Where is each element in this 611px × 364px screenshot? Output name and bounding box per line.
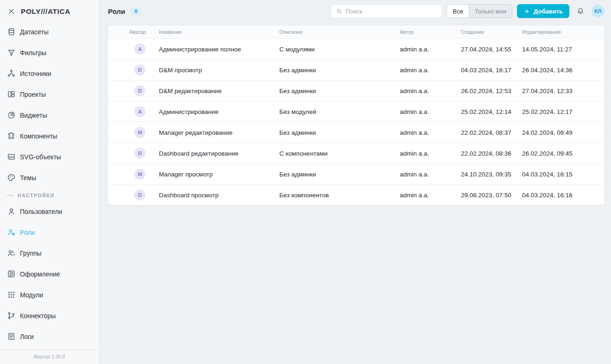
sidebar-item-widgets[interactable]: Виджеты xyxy=(0,105,99,126)
role-edited: 04.03.2024, 16:15 xyxy=(522,171,605,178)
notifications-button[interactable] xyxy=(576,6,585,16)
role-created: 26.02.2024, 12:53 xyxy=(461,88,522,94)
add-role-button[interactable]: Добавить xyxy=(517,4,569,18)
sidebar-item-label: Модули xyxy=(20,291,43,299)
sidebar-header: POLY///ATICA xyxy=(0,0,99,21)
role-name: D&M редактирование xyxy=(159,88,279,94)
roles-table: Аватар Название Описание Автор Создание … xyxy=(108,25,605,205)
role-created: 29.08.2023, 07:50 xyxy=(461,192,522,199)
sidebar-item-label: Датасеты xyxy=(20,28,49,36)
table-row[interactable]: А Администрирование полное С модулями ad… xyxy=(108,38,605,59)
filter-mine-button[interactable]: Только мои xyxy=(469,5,512,18)
svg-objects-icon: SVG xyxy=(7,152,16,161)
page-title: Роли xyxy=(108,7,125,15)
column-header-avatar: Аватар xyxy=(108,29,159,35)
groups-icon xyxy=(7,249,16,257)
role-description: Без компонентов xyxy=(279,192,400,199)
role-created: 27.04.2024, 14:55 xyxy=(461,46,522,53)
role-author: admin a.a. xyxy=(400,108,461,115)
role-author: admin a.a. xyxy=(400,171,461,178)
search-icon xyxy=(335,7,343,15)
sidebar-item-modules[interactable]: Модули xyxy=(0,284,99,305)
role-created: 22.02.2024, 08:37 xyxy=(461,129,522,136)
sidebar-item-connectors[interactable]: Коннекторы xyxy=(0,305,99,326)
sidebar-item-label: Роли xyxy=(20,229,35,236)
sidebar-item-themes[interactable]: Темы xyxy=(0,167,99,188)
logs-icon xyxy=(7,332,16,341)
role-name: Dashboard редактирование xyxy=(159,150,279,157)
role-avatar: D xyxy=(134,189,145,201)
role-avatar: D xyxy=(134,64,145,75)
role-name: Manager редактирование xyxy=(159,129,279,136)
column-header-description: Описание xyxy=(279,29,400,35)
role-author: admin a.a. xyxy=(400,46,461,53)
role-edited: 26.02.2024, 09:45 xyxy=(522,150,605,157)
sidebar-item-label: Компоненты xyxy=(20,132,57,140)
role-author: admin a.a. xyxy=(400,67,461,74)
role-name: Dashboard просмотр xyxy=(159,192,279,199)
roles-icon xyxy=(7,228,16,237)
role-author: admin a.a. xyxy=(400,129,461,136)
sidebar-item-projects[interactable]: Проекты xyxy=(0,84,99,105)
sidebar-item-label: Темы xyxy=(20,174,36,182)
role-avatar: M xyxy=(134,127,145,138)
role-name: D&M просмотр xyxy=(159,67,279,74)
role-description: Без модулей xyxy=(279,108,400,115)
role-edited: 27.04.2024, 12:33 xyxy=(522,88,605,94)
table-row[interactable]: D Dashboard редактирование С компонентам… xyxy=(108,143,605,163)
close-sidebar-button[interactable] xyxy=(7,7,16,16)
sidebar-item-appearance[interactable]: Оформление xyxy=(0,264,99,284)
sidebar-item-label: Источники xyxy=(20,70,51,77)
table-row[interactable]: M Manager редактирование Без админки adm… xyxy=(108,122,605,143)
table-row[interactable]: А Администрирование Без модулей admin a.… xyxy=(108,101,605,122)
column-header-created: Создание xyxy=(461,29,522,35)
sidebar-nav-settings: Пользователи Роли Группы Оформление Моду… xyxy=(0,201,99,347)
sidebar-item-components[interactable]: Компоненты xyxy=(0,126,99,146)
sidebar-item-users[interactable]: Пользователи xyxy=(0,201,99,222)
role-created: 22.02.2024, 08:36 xyxy=(461,150,522,157)
components-icon xyxy=(7,132,16,140)
plus-icon xyxy=(523,8,530,15)
column-header-edited: Редактирование xyxy=(522,29,605,35)
sidebar-nav-main: Датасеты Фильтры Источники Проекты Видже… xyxy=(0,21,99,188)
sidebar-item-label: Фильтры xyxy=(20,49,46,56)
datasets-icon xyxy=(7,27,16,36)
table-row[interactable]: D D&M редактирование Без админки admin a… xyxy=(108,80,605,101)
role-description: С компонентами xyxy=(279,150,400,157)
modules-icon xyxy=(7,290,16,299)
sidebar-item-roles[interactable]: Роли xyxy=(0,222,99,243)
role-edited: 14.05.2024, 11:27 xyxy=(522,46,605,53)
table-row[interactable]: M Manager просмотр Без админки admin a.a… xyxy=(108,163,605,184)
widgets-icon xyxy=(7,111,16,119)
role-avatar: D xyxy=(134,85,145,96)
role-name: Manager просмотр xyxy=(159,171,279,178)
sidebar-item-datasets[interactable]: Датасеты xyxy=(0,21,99,42)
role-description: Без админки xyxy=(279,67,400,74)
filter-all-button[interactable]: Все xyxy=(447,5,469,18)
content: Аватар Название Описание Автор Создание … xyxy=(99,22,611,364)
role-description: Без админки xyxy=(279,88,400,94)
roles-table-body: А Администрирование полное С модулями ad… xyxy=(108,38,605,205)
sidebar-item-logs[interactable]: Логи xyxy=(0,326,99,347)
sidebar-item-label: SVG-объекты xyxy=(20,153,61,161)
sidebar-item-filters[interactable]: Фильтры xyxy=(0,42,99,63)
search-input[interactable] xyxy=(346,8,437,15)
main-area: Роли 8 Все Только мои Добавить КЛ xyxy=(99,0,611,364)
table-row[interactable]: D Dashboard просмотр Без компонентов adm… xyxy=(108,184,605,205)
sidebar-item-svg-objects[interactable]: SVG SVG-объекты xyxy=(0,146,99,167)
app: POLY///ATICA Датасеты Фильтры Источники … xyxy=(0,0,611,364)
role-edited: 26.04.2024, 14:36 xyxy=(522,67,605,74)
role-avatar: А xyxy=(134,106,145,117)
projects-icon xyxy=(7,90,16,99)
roles-count-badge: 8 xyxy=(131,7,141,15)
sidebar-item-sources[interactable]: Источники xyxy=(0,63,99,84)
sidebar-item-groups[interactable]: Группы xyxy=(0,243,99,264)
role-edited: 24.02.2024, 09:49 xyxy=(522,129,605,136)
connectors-icon xyxy=(7,311,16,320)
sources-icon xyxy=(7,69,16,78)
table-row[interactable]: D D&M просмотр Без админки admin a.a. 04… xyxy=(108,59,605,80)
users-icon xyxy=(7,207,16,216)
role-author: admin a.a. xyxy=(400,192,461,199)
role-edited: 25.02.2024, 12:17 xyxy=(522,108,605,115)
user-avatar[interactable]: КЛ xyxy=(592,5,605,18)
